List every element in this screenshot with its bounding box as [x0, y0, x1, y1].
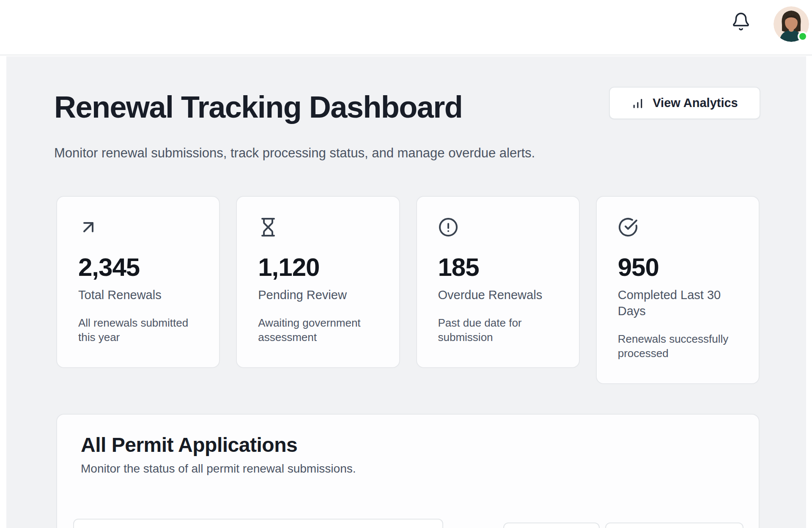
stat-card-total-renewals: 2,345 Total Renewals All renewals submit…	[56, 196, 220, 368]
view-analytics-button[interactable]: View Analytics	[609, 87, 760, 119]
bar-chart-icon	[631, 97, 644, 110]
stat-card-overdue-renewals: 185 Overdue Renewals Past due date for s…	[416, 196, 580, 368]
stat-description: All renewals submitted this year	[78, 316, 199, 344]
page-title: Renewal Tracking Dashboard	[54, 90, 462, 124]
stat-value: 1,120	[258, 253, 379, 282]
stat-card-completed: 950 Completed Last 30 Days Renewals succ…	[596, 196, 760, 384]
stat-card-pending-review: 1,120 Pending Review Awaiting government…	[236, 196, 400, 368]
online-status-badge	[798, 31, 808, 41]
search-input[interactable]	[73, 519, 443, 528]
arrow-up-right-icon	[78, 217, 99, 237]
notification-bell-icon[interactable]	[731, 12, 751, 31]
filter-dropdown-1[interactable]	[503, 522, 600, 528]
stat-label: Overdue Renewals	[438, 287, 559, 303]
stat-value: 185	[438, 253, 559, 282]
stat-description: Past due date for submission	[438, 316, 559, 344]
stat-description: Awaiting government assessment	[258, 316, 379, 344]
hourglass-icon	[258, 217, 278, 237]
screen: Renewal Tracking Dashboard View Analytic…	[0, 0, 812, 528]
permit-applications-card: All Permit Applications Monitor the stat…	[56, 414, 760, 528]
user-avatar[interactable]	[774, 6, 809, 42]
alert-circle-icon	[438, 217, 458, 237]
stat-label: Pending Review	[258, 287, 379, 303]
top-bar	[0, 0, 812, 55]
stat-label: Total Renewals	[78, 287, 199, 303]
stat-value: 950	[618, 253, 738, 282]
stat-description: Renewals successfully processed	[618, 332, 738, 360]
stat-label: Completed Last 30 Days	[618, 287, 738, 319]
filter-dropdown-2[interactable]	[605, 522, 743, 528]
view-analytics-label: View Analytics	[653, 96, 738, 110]
page-subtitle: Monitor renewal submissions, track proce…	[54, 146, 535, 161]
check-circle-icon	[618, 217, 638, 237]
section-title: All Permit Applications	[81, 433, 297, 456]
section-subtitle: Monitor the status of all permit renewal…	[81, 462, 356, 476]
stats-grid: 2,345 Total Renewals All renewals submit…	[56, 196, 760, 384]
stat-value: 2,345	[78, 253, 199, 282]
